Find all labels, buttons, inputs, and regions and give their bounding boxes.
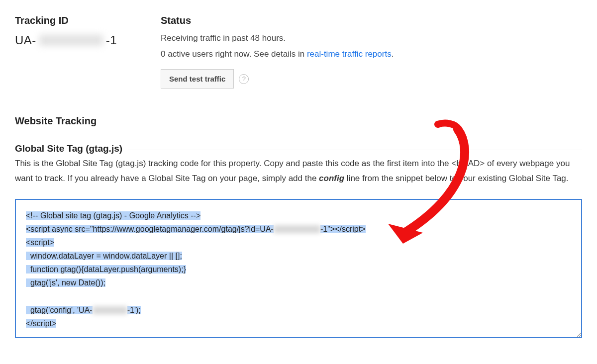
send-test-traffic-button[interactable]: Send test traffic [161, 69, 234, 89]
code-line-7a: gtag('config', 'UA- [26, 306, 93, 314]
realtime-reports-link[interactable]: real-time traffic reports [307, 49, 392, 59]
tracking-id-column: Tracking ID UA- -1 [15, 15, 161, 89]
website-tracking-heading: Website Tracking [15, 115, 582, 127]
top-section: Tracking ID UA- -1 Status Receiving traf… [15, 15, 582, 89]
desc-part2: line from the snippet below to your exis… [344, 174, 568, 183]
code-line-4: window.dataLayer = window.dataLayer || [… [26, 252, 182, 260]
help-icon[interactable]: ? [239, 74, 249, 84]
gtag-description: This is the Global Site Tag (gtag.js) tr… [15, 156, 582, 186]
status-users-line: 0 active users right now. See details in… [161, 49, 582, 59]
code-line-2b: -1"></script> [320, 225, 366, 233]
gtag-heading-row: Global Site Tag (gtag.js) [15, 139, 582, 150]
code-line-2a: <script async src="https://www.googletag… [26, 225, 274, 233]
tracking-code-textarea[interactable]: <!-- Global site tag (gtag.js) - Google … [15, 199, 582, 339]
tracking-id-suffix: -1 [106, 33, 117, 47]
tracking-id-heading: Tracking ID [15, 15, 161, 26]
code-line-1: <!-- Global site tag (gtag.js) - Google … [26, 211, 200, 220]
status-column: Status Receiving traffic in past 48 hour… [161, 15, 582, 89]
code-redacted-1 [274, 225, 320, 233]
code-redacted-2 [93, 306, 127, 314]
code-line-3: <script> [26, 238, 54, 247]
status-traffic-line: Receiving traffic in past 48 hours. [161, 33, 582, 43]
code-line-7b: -1'); [127, 306, 141, 314]
tracking-id-prefix: UA- [15, 33, 36, 47]
button-row: Send test traffic ? [161, 69, 582, 89]
tracking-id-value: UA- -1 [15, 33, 161, 47]
code-line-8: </script> [26, 319, 56, 328]
status-users-prefix: 0 active users right now. See details in [161, 49, 307, 59]
tracking-id-redacted [39, 35, 103, 46]
code-line-6: gtag('js', new Date()); [26, 278, 105, 287]
gtag-heading: Global Site Tag (gtag.js) [15, 143, 128, 154]
status-heading: Status [161, 15, 582, 26]
config-word: config [319, 174, 344, 183]
code-line-5: function gtag(){dataLayer.push(arguments… [26, 265, 186, 273]
